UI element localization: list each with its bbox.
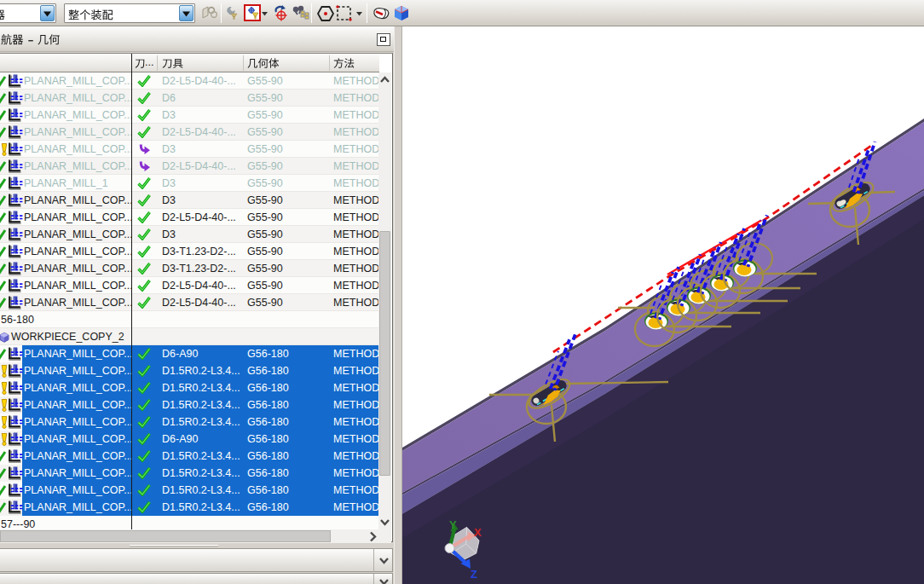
svg-text:Y: Y <box>449 518 457 531</box>
svg-text:Z: Z <box>471 568 477 581</box>
svg-text:X: X <box>474 526 482 539</box>
